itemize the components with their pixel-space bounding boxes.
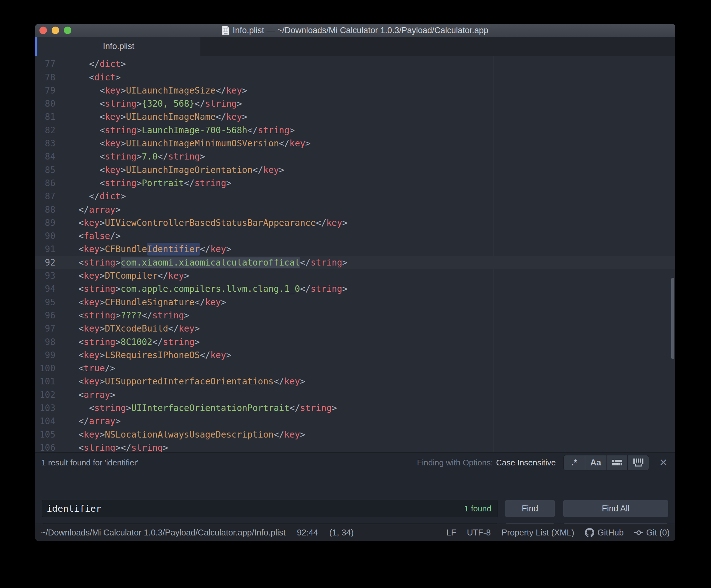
- line-number-77: 77: [35, 58, 56, 71]
- find-input[interactable]: identifier 1 found: [42, 500, 498, 517]
- code-line-99: 99<key>LSRequiresIPhoneOS</key>: [35, 349, 675, 362]
- minimize-button[interactable]: [52, 27, 59, 34]
- code-line-95: 95<key>CFBundleSignature</key>: [35, 296, 675, 309]
- code-line-89: 89<key>UIViewControllerBasedStatusBarApp…: [35, 217, 675, 230]
- finding-options-label: Finding with Options:: [417, 458, 493, 468]
- line-number-93: 93: [35, 269, 56, 282]
- code-line-93: 93<key>DTCompiler</key>: [35, 269, 675, 282]
- code-line-106: 106<string></string>: [35, 441, 675, 452]
- line-number-104: 104: [35, 415, 56, 428]
- code-line-90: 90<false/>: [35, 230, 675, 243]
- line-number-88: 88: [35, 203, 56, 217]
- code-line-83: 83<key>UILaunchImageMinimumOSVersion</ke…: [35, 137, 675, 150]
- line-number-100: 100: [35, 362, 56, 375]
- found-count-badge: 1 found: [464, 504, 491, 514]
- whole-word-icon: [633, 458, 644, 467]
- line-number-79: 79: [35, 84, 56, 97]
- status-encoding[interactable]: UTF-8: [467, 528, 491, 538]
- status-bar: ~/Downloads/Mi Calculator 1.0.3/Payload/…: [35, 524, 675, 541]
- code-line-86: 86<string>Portrait</string>: [35, 177, 675, 190]
- line-number-91: 91: [35, 243, 56, 256]
- close-find-panel-button[interactable]: ✕: [658, 457, 669, 468]
- code-line-104: 104</array>: [35, 415, 675, 428]
- find-match-highlight: Identifier: [147, 243, 200, 255]
- code-line-81: 81<key>UILaunchImageName</key>: [35, 110, 675, 123]
- status-git[interactable]: Git (0): [634, 528, 670, 538]
- status-file-type[interactable]: Property List (XML): [501, 528, 574, 538]
- tab-info-plist[interactable]: Info.plist: [37, 37, 200, 56]
- line-number-98: 98: [35, 336, 56, 349]
- github-octocat-icon: [585, 528, 594, 537]
- line-number-101: 101: [35, 375, 56, 388]
- github-label: GitHub: [597, 528, 624, 538]
- traffic-lights: [39, 24, 71, 37]
- code-line-100: 100<true/>: [35, 362, 675, 375]
- selection-icon: [612, 458, 622, 467]
- git-commit-icon: [634, 528, 643, 537]
- find-result-text: 1 result found for 'identifier': [41, 458, 138, 468]
- find-button[interactable]: Find: [505, 500, 555, 517]
- code-line-84: 84<string>7.0</string>: [35, 150, 675, 163]
- plist-document-icon: [222, 26, 230, 35]
- code-line-102: 102<array>: [35, 388, 675, 402]
- line-number-80: 80: [35, 97, 56, 110]
- line-number-90: 90: [35, 230, 56, 243]
- status-github[interactable]: GitHub: [585, 528, 624, 538]
- line-number-87: 87: [35, 190, 56, 203]
- line-number-92: 92: [35, 256, 56, 269]
- editor-window: Info.plist — ~/Downloads/Mi Calculator 1…: [35, 24, 675, 541]
- code-line-87: 87</dict>: [35, 190, 675, 203]
- selected-text: com.xiaomi.xiaomicalculatoroffical: [121, 257, 300, 268]
- find-input-value: identifier: [47, 503, 101, 514]
- code-line-96: 96<string>????</string>: [35, 309, 675, 322]
- code-line-78: 78<dict>: [35, 71, 675, 84]
- case-option-button[interactable]: Aa: [585, 455, 606, 470]
- code-line-91: 91<key>CFBundleIdentifier</key>: [35, 243, 675, 256]
- text-editor[interactable]: 76-77</dict>78<dict>79<key>UILaunchImage…: [35, 56, 675, 452]
- code-line-88: 88</array>: [35, 203, 675, 217]
- find-all-button[interactable]: Find All: [563, 500, 668, 517]
- code-line-77: 77</dict>: [35, 58, 675, 71]
- line-number-81: 81: [35, 110, 56, 123]
- vertical-scrollbar-thumb[interactable]: [671, 278, 674, 359]
- line-number-86: 86: [35, 177, 56, 190]
- line-number-78: 78: [35, 71, 56, 84]
- selection-option-button[interactable]: [606, 455, 627, 470]
- tab-bar: Info.plist: [35, 37, 675, 56]
- status-line-ending[interactable]: LF: [446, 528, 456, 538]
- code-line-79: 79<key>UILaunchImageSize</key>: [35, 84, 675, 97]
- line-number-96: 96: [35, 309, 56, 322]
- code-line-103: 103<string>UIInterfaceOrientationPortrai…: [35, 402, 675, 415]
- line-number-82: 82: [35, 124, 56, 137]
- close-button[interactable]: [39, 27, 47, 34]
- line-number-83: 83: [35, 137, 56, 150]
- find-and-replace-panel: 1 result found for 'identifier' Finding …: [35, 452, 675, 524]
- code-line-80: 80<string>{320, 568}</string>: [35, 97, 675, 110]
- status-file-path: ~/Downloads/Mi Calculator 1.0.3/Payload/…: [41, 528, 286, 538]
- whole-word-option-button[interactable]: [627, 455, 649, 470]
- git-label: Git (0): [646, 528, 670, 538]
- regex-option-button[interactable]: .*: [564, 455, 585, 470]
- code-line-92: 92<string>com.xiaomi.xiaomicalculatoroff…: [35, 256, 675, 269]
- line-number-85: 85: [35, 163, 56, 177]
- line-number-94: 94: [35, 282, 56, 296]
- status-cursor-position[interactable]: 92:44: [297, 528, 318, 538]
- code-line-105: 105<key>NSLocationAlwaysUsageDescription…: [35, 428, 675, 441]
- line-number-103: 103: [35, 402, 56, 415]
- close-icon: ✕: [659, 457, 668, 468]
- zoom-button[interactable]: [64, 27, 71, 34]
- line-number-105: 105: [35, 428, 56, 441]
- line-number-102: 102: [35, 388, 56, 402]
- case-icon: Aa: [590, 458, 601, 468]
- window-title: Info.plist — ~/Downloads/Mi Calculator 1…: [233, 26, 488, 35]
- line-number-99: 99: [35, 349, 56, 362]
- code-line-98: 98<string>8C1002</string>: [35, 336, 675, 349]
- status-selection-count: (1, 34): [329, 528, 353, 538]
- tab-label: Info.plist: [103, 42, 134, 51]
- code-line-82: 82<string>LaunchImage-700-568h</string>: [35, 124, 675, 137]
- regex-icon: .*: [572, 458, 577, 468]
- line-number-95: 95: [35, 296, 56, 309]
- titlebar[interactable]: Info.plist — ~/Downloads/Mi Calculator 1…: [35, 24, 675, 37]
- code-lines: 76-77</dict>78<dict>79<key>UILaunchImage…: [35, 56, 675, 452]
- code-line-85: 85<key>UILaunchImageOrientation</key>: [35, 163, 675, 177]
